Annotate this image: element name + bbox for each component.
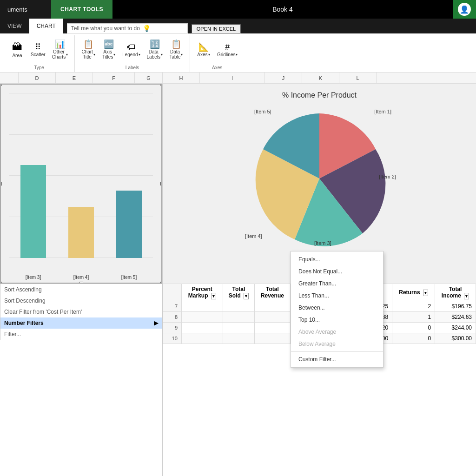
cell-sold-8 (223, 312, 254, 323)
clear-filter-item[interactable]: Clear Filter from 'Cost Per Item' (0, 306, 162, 317)
context-less-than[interactable]: Less Than... (291, 290, 383, 302)
context-separator (291, 351, 383, 352)
context-greater-than[interactable]: Greater Than... (291, 278, 383, 290)
number-filters-arrow: ▶ (154, 320, 158, 326)
table-header-rownum (163, 284, 182, 301)
ribbon-tabs: VIEW CHART Tell me what you want to do 💡… (0, 19, 476, 33)
axis-titles-arrow: ▾ (113, 53, 115, 57)
cell-markup-9 (182, 323, 223, 333)
context-not-equal[interactable]: Does Not Equal... (291, 265, 383, 278)
context-below-avg: Below Average (291, 338, 383, 350)
context-custom-filter[interactable]: Custom Filter... (291, 353, 383, 365)
axis-titles-button[interactable]: 🔤 AxisTitles ▾ (99, 38, 119, 61)
number-filters-item[interactable]: Number Filters ▶ (0, 317, 162, 329)
col-header-i: I (200, 73, 265, 83)
ribbon-group-type: 🏔 Area ⠿ Scatter 📊 OtherCharts ▾ Type (4, 35, 75, 72)
col-header-j: J (265, 73, 302, 83)
axis-titles-icon: 🔤 (104, 40, 114, 48)
row-num-header (0, 73, 19, 83)
pie-label-item3: [Item 3] (314, 240, 331, 246)
context-equals[interactable]: Equals... (291, 253, 383, 265)
table-header-percent-markup: PercentMarkup ▾ (182, 284, 223, 301)
chart-tools-text: CHART TOOLS (60, 6, 103, 13)
cell-income-9: $244.00 (435, 323, 476, 333)
filter-item[interactable]: Filter... (0, 329, 162, 340)
chart-title-icon: 📋 (83, 40, 93, 48)
chart-tools-label: CHART TOOLS (51, 0, 112, 19)
search-bar[interactable]: Tell me what you want to do 💡 (67, 23, 188, 33)
pie-label-item5: [Item 5] (254, 109, 271, 114)
cell-income-10: $300.00 (435, 333, 476, 344)
chart-handle-tl[interactable] (0, 84, 2, 86)
pie-chart-wrapper: [Item 1] [Item 2] [Item 3] [Item 4] [Ite… (245, 104, 394, 253)
chart-handle-bl[interactable] (0, 282, 2, 284)
bar-chart (9, 93, 153, 258)
bar-label-item4: [Item 4] (73, 275, 89, 280)
other-charts-label: OtherCharts ▾ (52, 49, 68, 60)
tab-view[interactable]: VIEW (0, 19, 29, 33)
gridlines-arrow: ▾ (236, 53, 238, 57)
col-header-g: G (135, 73, 163, 83)
tab-chart[interactable]: CHART (29, 19, 63, 33)
open-excel-button[interactable]: OPEN IN EXCEL (192, 24, 241, 33)
tab-chart-label: CHART (37, 23, 56, 29)
chart-handle-ml[interactable] (0, 182, 2, 185)
type-group-items: 🏔 Area ⠿ Scatter 📊 OtherCharts ▾ (7, 35, 71, 64)
chart-title-button[interactable]: 📋 ChartTitle ▾ (79, 38, 98, 61)
open-excel-label: OPEN IN EXCEL (197, 26, 236, 32)
data-labels-icon: 🔢 (150, 40, 160, 48)
content-area: [Item 3] [Item 4] [Item 5] Sort Ascendin… (0, 84, 476, 476)
chart-handle-tr[interactable] (160, 84, 162, 86)
app-name-label: uments (7, 6, 27, 13)
chart-handle-mr[interactable] (160, 182, 162, 185)
axes-icon: 📐 (198, 43, 209, 51)
cell-income-8: $224.63 (435, 312, 476, 323)
legend-button[interactable]: 🏷 Legend ▾ (119, 41, 143, 59)
bar-chart-area[interactable]: [Item 3] [Item 4] [Item 5] (0, 84, 162, 284)
filter-icon-returns[interactable]: ▾ (423, 290, 428, 296)
data-table-arrow: ▾ (181, 53, 183, 57)
context-above-avg: Above Average (291, 326, 383, 338)
table-header-returns: Returns ▾ (392, 284, 435, 301)
area-button[interactable]: 🏔 Area (7, 40, 27, 60)
legend-icon: 🏷 (127, 43, 135, 51)
sort-asc-item[interactable]: Sort Ascending (0, 284, 162, 295)
gridlines-label: Gridlines ▾ (217, 52, 238, 57)
other-charts-button[interactable]: 📊 OtherCharts ▾ (49, 38, 71, 61)
number-filters-context-menu: Equals... Does Not Equal... Greater Than… (291, 251, 383, 368)
data-labels-button[interactable]: 🔢 DataLabels ▾ (144, 38, 165, 61)
ribbon-group-labels: 📋 ChartTitle ▾ 🔤 AxisTitles ▾ 🏷 Legend ▾… (75, 35, 190, 72)
context-top-10[interactable]: Top 10... (291, 314, 383, 326)
scatter-button[interactable]: ⠿ Scatter (28, 41, 48, 59)
scatter-icon: ⠿ (35, 43, 41, 51)
gridlines-button[interactable]: # Gridlines ▾ (214, 41, 240, 59)
sort-desc-item[interactable]: Sort Descending (0, 295, 162, 306)
legend-arrow: ▾ (139, 53, 140, 57)
chart-handle-br[interactable] (160, 282, 162, 284)
pie-chart-svg (245, 104, 394, 253)
bar-group-item4 (68, 207, 94, 258)
cell-revenue-9 (255, 323, 291, 333)
book-title: Book 4 (112, 0, 453, 19)
user-icon[interactable]: 👤 (458, 3, 471, 16)
scatter-label: Scatter (31, 52, 46, 57)
chart-handle-bm[interactable] (79, 282, 83, 284)
other-charts-icon: 📊 (55, 40, 65, 48)
cell-sold-7 (223, 301, 254, 312)
data-table-button[interactable]: 📋 DataTable ▾ (166, 38, 186, 61)
filter-icon-sold[interactable]: ▾ (244, 293, 249, 299)
axes-group-label: Axes (212, 64, 222, 72)
axes-arrow: ▾ (208, 53, 210, 57)
row-num-8: 8 (163, 312, 182, 323)
number-filters-label: Number Filters (4, 320, 44, 326)
filter-icon-income[interactable]: ▾ (464, 293, 469, 299)
search-lightbulb-icon: 💡 (143, 25, 151, 32)
filter-icon-markup[interactable]: ▾ (211, 293, 216, 299)
bar-group-item3 (20, 165, 46, 258)
labels-group-items: 📋 ChartTitle ▾ 🔤 AxisTitles ▾ 🏷 Legend ▾… (79, 35, 186, 64)
context-between[interactable]: Between... (291, 302, 383, 314)
user-button[interactable]: 👤 (453, 0, 476, 19)
axes-button[interactable]: 📐 Axes ▾ (194, 41, 213, 59)
book-title-text: Book 4 (272, 6, 293, 13)
cell-markup-7 (182, 301, 223, 312)
